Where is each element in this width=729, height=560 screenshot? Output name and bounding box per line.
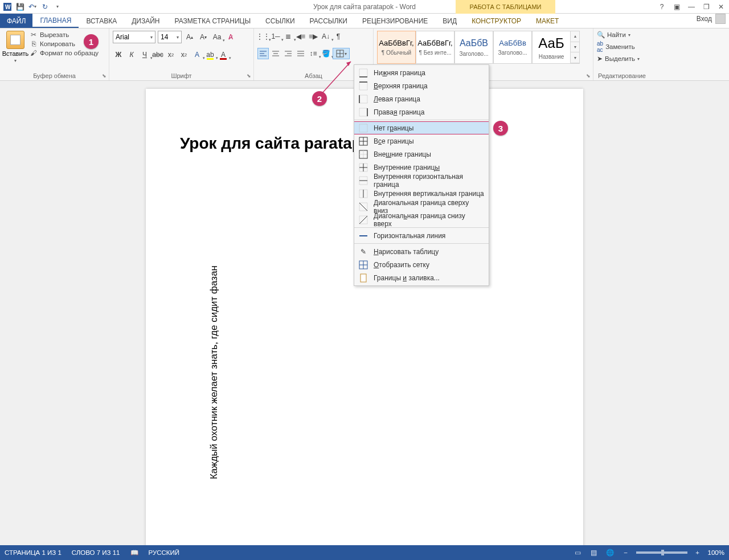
- callout-2: 2: [312, 91, 327, 106]
- group-editing-label: Редактирование: [597, 72, 647, 80]
- zoom-level[interactable]: 100%: [708, 549, 724, 556]
- ribbon-display-icon[interactable]: ▣: [671, 2, 682, 12]
- select-button[interactable]: ➤Выделить▾: [597, 55, 640, 63]
- menu-border-none[interactable]: Нет границы: [354, 121, 489, 134]
- redo-icon[interactable]: ↻: [40, 2, 50, 12]
- menu-border-right[interactable]: Правая граница: [354, 105, 489, 118]
- shrink-font-button[interactable]: A▾: [198, 31, 209, 43]
- strikethrough-button[interactable]: abc: [152, 49, 163, 60]
- border-none-icon: [359, 124, 368, 133]
- clipboard-dialog-launcher[interactable]: ⬊: [101, 72, 108, 79]
- find-button[interactable]: 🔍Найти▾: [597, 31, 640, 39]
- save-icon[interactable]: 💾: [15, 2, 25, 12]
- tab-mailings[interactable]: РАССЫЛКИ: [302, 14, 355, 28]
- menu-border-left[interactable]: Левая граница: [354, 92, 489, 105]
- svg-rect-47: [361, 274, 366, 282]
- callout-1: 1: [84, 34, 99, 49]
- replace-button[interactable]: abacЗаменить: [597, 40, 640, 53]
- menu-border-all[interactable]: Все границы: [354, 134, 489, 148]
- maximize-icon[interactable]: ❐: [701, 2, 712, 12]
- decrease-indent-button[interactable]: ◀≡: [295, 31, 306, 42]
- border-right-icon: [359, 108, 368, 117]
- align-left-button[interactable]: [257, 48, 269, 59]
- border-all-icon: [359, 137, 368, 146]
- tab-design[interactable]: ДИЗАЙН: [124, 14, 167, 28]
- web-layout-icon[interactable]: 🌐: [604, 547, 616, 558]
- subscript-button[interactable]: x2: [165, 49, 177, 60]
- italic-button[interactable]: К: [126, 49, 137, 60]
- tab-layout-maket[interactable]: МАКЕТ: [529, 14, 566, 28]
- tab-file[interactable]: ФАЙЛ: [0, 14, 32, 28]
- zoom-slider[interactable]: [636, 551, 687, 554]
- zoom-in-button[interactable]: +: [692, 547, 703, 558]
- menu-border-top[interactable]: Верхняя граница: [354, 79, 489, 92]
- tab-review[interactable]: РЕЦЕНЗИРОВАНИЕ: [355, 14, 435, 28]
- style-normal[interactable]: АаБбВвГг,¶ Обычный: [377, 31, 416, 64]
- increase-indent-button[interactable]: ≡▶: [308, 31, 319, 42]
- menu-horizontal-line[interactable]: Горизонтальная линия: [354, 229, 489, 242]
- show-hide-button[interactable]: ¶: [333, 31, 344, 42]
- undo-icon[interactable]: ↶▾: [27, 2, 38, 12]
- hline-icon: [359, 231, 368, 240]
- grow-font-button[interactable]: A▴: [184, 31, 195, 43]
- numbering-button[interactable]: 1─: [270, 31, 281, 42]
- styles-dialog-launcher[interactable]: ⬊: [585, 72, 592, 79]
- style-heading1[interactable]: АаБбВЗаголово...: [454, 31, 493, 64]
- grid-icon: [359, 260, 368, 269]
- font-size-combobox[interactable]: 14▾: [158, 31, 182, 43]
- pencil-icon: ✎: [359, 247, 368, 256]
- tab-home[interactable]: ГЛАВНАЯ: [32, 14, 79, 28]
- change-case-button[interactable]: Aa: [211, 31, 223, 43]
- style-heading2[interactable]: АаБбВвЗаголово...: [493, 31, 532, 64]
- text-effects-button[interactable]: A: [191, 49, 203, 60]
- font-dialog-launcher[interactable]: ⬊: [245, 72, 252, 79]
- tab-references[interactable]: ССЫЛКИ: [258, 14, 302, 28]
- menu-draw-table[interactable]: ✎Нарисовать таблицу: [354, 245, 489, 258]
- read-mode-icon[interactable]: ▭: [572, 547, 584, 558]
- highlight-button[interactable]: ab: [204, 49, 216, 60]
- menu-borders-shading[interactable]: Границы и заливка...: [354, 271, 489, 284]
- close-icon[interactable]: ✕: [715, 2, 727, 12]
- vertical-text: Каждый охотник желает знать, где сидит ф…: [208, 265, 220, 479]
- menu-border-outside[interactable]: Внешние границы: [354, 148, 489, 161]
- status-proofing-icon[interactable]: 📖: [130, 549, 138, 557]
- status-words[interactable]: СЛОВО 7 ИЗ 11: [72, 549, 120, 556]
- cursor-icon: ➤: [597, 55, 603, 63]
- menu-border-bottom[interactable]: Нижняя граница: [354, 66, 489, 79]
- print-layout-icon[interactable]: ▤: [588, 547, 600, 558]
- bold-button[interactable]: Ж: [113, 49, 124, 60]
- sort-button[interactable]: A↓: [320, 31, 331, 42]
- paste-icon: [6, 31, 24, 49]
- paste-button[interactable]: Вставить ▾: [3, 31, 27, 63]
- justify-button[interactable]: [295, 48, 306, 59]
- help-icon[interactable]: ?: [656, 2, 667, 12]
- status-page[interactable]: СТРАНИЦА 1 ИЗ 1: [5, 549, 62, 556]
- font-name-combobox[interactable]: Arial▾: [113, 31, 155, 43]
- multilevel-list-button[interactable]: ≣: [282, 31, 294, 42]
- qat-dropdown-icon[interactable]: ▾: [52, 2, 63, 12]
- styles-scroll[interactable]: ▴▾▾: [571, 31, 580, 64]
- font-color-button[interactable]: A: [218, 49, 229, 60]
- style-no-spacing[interactable]: АаБбВвГг,¶ Без инте...: [416, 31, 454, 64]
- tab-page-layout[interactable]: РАЗМЕТКА СТРАНИЦЫ: [167, 14, 259, 28]
- group-clipboard-label: Буфер обмена: [3, 72, 105, 80]
- align-center-button[interactable]: [270, 48, 281, 59]
- superscript-button[interactable]: x2: [178, 49, 190, 60]
- status-language[interactable]: РУССКИЙ: [149, 549, 180, 556]
- ribbon-tabs: ФАЙЛ ГЛАВНАЯ ВСТАВКА ДИЗАЙН РАЗМЕТКА СТР…: [0, 14, 729, 28]
- menu-border-inside-h[interactable]: Внутренняя горизонтальная граница: [354, 174, 489, 187]
- zoom-out-button[interactable]: −: [620, 547, 632, 558]
- style-title[interactable]: АаБНазвание: [532, 31, 571, 64]
- minimize-icon[interactable]: —: [686, 2, 697, 12]
- align-right-button[interactable]: [282, 48, 294, 59]
- sign-in[interactable]: Вход: [697, 14, 726, 24]
- menu-view-gridlines[interactable]: Отобразить сетку: [354, 258, 489, 271]
- format-painter-button[interactable]: 🖌Формат по образцу: [30, 49, 99, 57]
- menu-border-diag-up[interactable]: Диагональная граница снизу вверх: [354, 213, 489, 226]
- bullets-button[interactable]: ⋮⋮: [257, 31, 269, 42]
- tab-insert[interactable]: ВСТАВКА: [79, 14, 124, 28]
- tab-view[interactable]: ВИД: [435, 14, 464, 28]
- underline-button[interactable]: Ч: [139, 49, 150, 60]
- tab-constructor[interactable]: КОНСТРУКТОР: [464, 14, 529, 28]
- clear-formatting-button[interactable]: A̷: [225, 31, 236, 43]
